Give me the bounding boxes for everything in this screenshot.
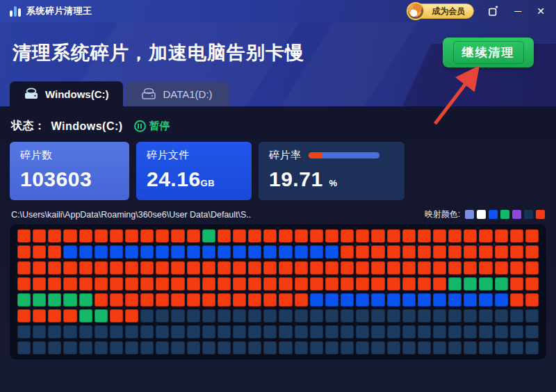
grid-cell xyxy=(341,245,354,259)
grid-cell xyxy=(17,309,31,322)
fragment-size-value: 24.16GB xyxy=(147,168,241,191)
pause-icon xyxy=(134,120,146,132)
minimize-button[interactable]: ─ xyxy=(513,5,523,17)
grid-cell xyxy=(418,277,431,291)
drive-icon xyxy=(141,88,156,100)
grid-cell xyxy=(464,277,477,291)
legend-swatch xyxy=(512,210,521,219)
grid-cell xyxy=(233,229,246,243)
grid-cell xyxy=(525,309,539,322)
grid-cell xyxy=(495,261,508,275)
grid-cell xyxy=(356,293,369,307)
grid-cell xyxy=(433,229,446,243)
grid-cell xyxy=(110,277,123,291)
grid-cell xyxy=(79,325,92,338)
grid-cell xyxy=(33,261,46,275)
tab-windows-c[interactable]: Windows(C:) xyxy=(10,81,123,106)
grid-cell xyxy=(110,309,123,322)
grid-cell xyxy=(279,325,292,338)
grid-cell xyxy=(279,341,292,354)
grid-cell xyxy=(402,229,416,243)
grid-cell xyxy=(295,245,308,259)
grid-cell xyxy=(510,325,523,338)
grid-cell xyxy=(233,277,246,291)
grid-cell xyxy=(233,341,246,354)
grid-cell xyxy=(33,293,46,307)
grid-cell xyxy=(218,309,231,322)
grid-cell xyxy=(63,229,76,243)
grid-cell xyxy=(495,309,508,322)
legend-swatch xyxy=(524,210,533,219)
grid-cell xyxy=(110,229,123,243)
grid-cell xyxy=(248,277,261,291)
grid-cell xyxy=(33,341,46,354)
grid-cell xyxy=(295,325,308,338)
share-icon xyxy=(488,6,499,17)
grid-cell xyxy=(325,261,338,275)
grid-cell xyxy=(479,229,492,243)
grid-cell xyxy=(341,277,354,291)
status-drive: Windows(C:) xyxy=(51,120,123,133)
grid-cell xyxy=(479,277,492,291)
grid-cell xyxy=(202,245,215,259)
grid-cell xyxy=(63,277,76,291)
grid-cell xyxy=(402,277,416,291)
close-button[interactable]: ✕ xyxy=(535,5,546,17)
grid-cell xyxy=(263,325,277,338)
grid-cell xyxy=(371,245,384,259)
grid-cell xyxy=(464,309,477,322)
grid-cell xyxy=(218,293,231,307)
grid-cell xyxy=(63,309,76,322)
grid-cell xyxy=(295,341,308,354)
grid-cell xyxy=(387,277,400,291)
become-member-button[interactable]: 成为会员 xyxy=(410,3,474,19)
grid-cell xyxy=(33,277,46,291)
grid-cell xyxy=(125,277,138,291)
grid-cell xyxy=(48,293,61,307)
grid-cell xyxy=(110,293,123,307)
grid-cell xyxy=(125,341,138,354)
grid-cell xyxy=(310,293,323,307)
grid-cell xyxy=(387,293,400,307)
fragment-rate-value: 19.71 % xyxy=(269,168,394,191)
grid-cell xyxy=(110,261,123,275)
grid-cell xyxy=(187,325,200,338)
grid-cell xyxy=(79,261,92,275)
share-button[interactable] xyxy=(486,4,500,18)
grid-cell xyxy=(125,293,138,307)
grid-cell xyxy=(248,261,261,275)
continue-clean-label: 继续清理 xyxy=(453,41,524,64)
grid-cell xyxy=(171,309,184,322)
grid-cell xyxy=(48,325,61,338)
fragment-size-unit: GB xyxy=(201,178,215,188)
grid-cell xyxy=(218,261,231,275)
legend-swatch xyxy=(489,210,498,219)
tab-data1-d[interactable]: DATA1(D:) xyxy=(126,81,229,106)
grid-cell xyxy=(95,293,108,307)
legend-swatch xyxy=(500,210,509,219)
grid-cell xyxy=(310,341,323,354)
grid-cell xyxy=(464,229,477,243)
pause-control[interactable]: 暂停 xyxy=(134,120,170,133)
grid-cell xyxy=(448,261,461,275)
continue-clean-button[interactable]: 继续清理 xyxy=(443,38,534,67)
grid-cell xyxy=(218,325,231,338)
tab-label: DATA1(D:) xyxy=(163,88,212,100)
grid-cell xyxy=(402,309,416,322)
legend-label: 映射颜色: xyxy=(425,209,460,220)
grid-cell xyxy=(356,341,369,354)
grid-cell xyxy=(279,309,292,322)
grid-cell xyxy=(371,325,384,338)
grid-cell xyxy=(48,261,61,275)
grid-cell xyxy=(233,325,246,338)
grid-cell xyxy=(79,341,92,354)
grid-cell xyxy=(448,245,461,259)
drive-icon xyxy=(24,88,39,100)
grid-cell xyxy=(187,309,200,322)
grid-cell xyxy=(171,341,184,354)
grid-cell xyxy=(310,277,323,291)
grid-cell xyxy=(17,341,31,354)
grid-cell xyxy=(171,245,184,259)
grid-cell xyxy=(495,229,508,243)
grid-cell xyxy=(140,325,154,338)
